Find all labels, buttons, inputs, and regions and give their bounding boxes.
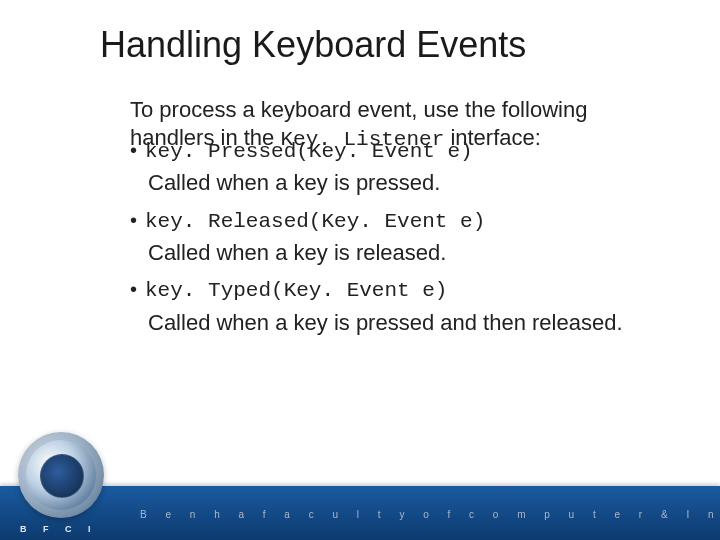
- item-code: key. Pressed(Key. Event e): [145, 139, 473, 165]
- footer-org-short: B F C I: [20, 524, 98, 534]
- item-code: key. Typed(Key. Event e): [145, 278, 447, 304]
- slide: Handling Keyboard Events To process a ke…: [0, 0, 720, 540]
- slide-title: Handling Keyboard Events: [100, 24, 680, 66]
- bullet-dot: •: [130, 279, 137, 299]
- bullet-line: • key. Typed(Key. Event e): [130, 278, 660, 304]
- bullet-line: • key. Released(Key. Event e): [130, 209, 660, 235]
- logo-inner-circle: [40, 454, 84, 498]
- item-desc: Called when a key is released.: [148, 239, 660, 267]
- slide-content: To process a keyboard event, use the fol…: [130, 96, 660, 336]
- footer-org-long: B e n h a f a c u l t y o f c o m p u t …: [140, 509, 700, 520]
- item-code: key. Released(Key. Event e): [145, 209, 485, 235]
- bullet-line: • key. Pressed(Key. Event e): [130, 139, 660, 165]
- bullet-list: • key. Pressed(Key. Event e) Called when…: [130, 139, 660, 336]
- list-item: • key. Pressed(Key. Event e) Called when…: [130, 139, 660, 197]
- logo-badge: [18, 432, 104, 518]
- bullet-dot: •: [130, 210, 137, 230]
- footer-bar: B e n h a f a c u l t y o f c o m p u t …: [0, 486, 720, 540]
- list-item: • key. Released(Key. Event e) Called whe…: [130, 209, 660, 267]
- item-desc: Called when a key is pressed and then re…: [148, 309, 660, 337]
- list-item: • key. Typed(Key. Event e) Called when a…: [130, 278, 660, 336]
- bullet-dot: •: [130, 140, 137, 160]
- item-desc: Called when a key is pressed.: [148, 169, 660, 197]
